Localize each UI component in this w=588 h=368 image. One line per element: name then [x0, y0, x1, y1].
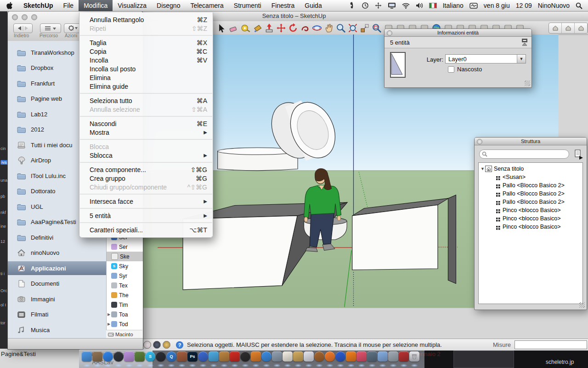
tool-eraser-button[interactable]: [228, 23, 239, 34]
menu-item-nascondi[interactable]: Nascondi⌘E: [79, 119, 213, 128]
widget-icon[interactable]: [469, 3, 478, 9]
dock-app-mail[interactable]: [209, 351, 219, 362]
menu-item-crea-componente[interactable]: Crea componente...⇧⌘G: [79, 165, 213, 174]
wifi-icon[interactable]: [402, 3, 410, 9]
layer-dropdown[interactable]: Layer0 ▼: [445, 54, 526, 63]
tool-scale-button[interactable]: [359, 23, 370, 34]
outliner-item-pinco-blocco-basico[interactable]: Pinco <blocco Basico>: [479, 206, 582, 214]
dock-app-vlc[interactable]: [346, 351, 356, 362]
dock-app-bluray[interactable]: [335, 351, 345, 362]
hidden-checkbox[interactable]: [448, 66, 454, 73]
outliner-item-pinco-blocco-basico[interactable]: Pinco <blocco Basico>: [479, 223, 582, 231]
tool-push-pull-button[interactable]: [264, 23, 275, 34]
tool-paint-bucket-button[interactable]: [252, 23, 263, 34]
dock-app-elements[interactable]: [251, 351, 261, 362]
dock-app-photos[interactable]: [124, 351, 134, 362]
dock-app-pencil-app[interactable]: [356, 351, 367, 362]
dock-app-finder[interactable]: [82, 351, 92, 362]
file-row-sky[interactable]: SSky: [107, 261, 143, 271]
dock-app-dictionary[interactable]: [293, 351, 303, 362]
menubar-item-disegno[interactable]: Disegno: [152, 0, 185, 11]
sidebar-item-immagini[interactable]: Immagini: [8, 292, 106, 306]
outliner-item-pinco-blocco-basico[interactable]: Pinco <blocco Basico>: [479, 214, 582, 223]
menu-item-copia[interactable]: Copia⌘C: [79, 47, 213, 56]
menu-bar-clock[interactable]: 12 09: [516, 2, 532, 9]
dock-app-lion[interactable]: [314, 351, 324, 362]
menu-item-sblocca[interactable]: Sblocca▶: [79, 151, 213, 160]
tool-rotate-button[interactable]: [288, 23, 299, 34]
file-row-toa[interactable]: ▶Toa: [107, 310, 143, 319]
menu-item-interseca-facce[interactable]: Interseca facce▶: [79, 197, 213, 206]
menu-item-seleziona-tutto[interactable]: Seleziona tutto⌘A: [79, 96, 213, 105]
collapse-widget-icon[interactable]: [521, 38, 528, 48]
dock-app-preview[interactable]: [272, 351, 282, 362]
dock-app-rocket[interactable]: [177, 351, 187, 362]
house-front-icon[interactable]: [549, 23, 562, 33]
menubar-item-finestra[interactable]: Finestra: [266, 0, 300, 11]
menu-item-caratteri-speciali[interactable]: Caratteri speciali...⌥⌘T: [79, 225, 213, 234]
outliner-item-pallo-blocco-basico-2[interactable]: Pallo <Blocco Basico 2>: [479, 181, 582, 190]
dock-app-appstore[interactable]: [103, 351, 113, 362]
menu-item-5-entit[interactable]: 5 entità▶: [79, 211, 213, 220]
sidebar-item-applicazioni[interactable]: Applicazioni: [8, 261, 106, 275]
dock-app-app-light[interactable]: [304, 351, 314, 362]
outliner-item-pallo-blocco-basico-2[interactable]: Pallo <Blocco Basico 2>: [479, 190, 582, 198]
resize-handle[interactable]: [579, 302, 585, 308]
file-row-syr[interactable]: Syr: [107, 271, 143, 281]
dock-app-textedit[interactable]: [283, 351, 293, 362]
menubar-item-modifica[interactable]: Modifica: [79, 0, 113, 11]
tool-zoom-extents-button[interactable]: [347, 23, 358, 34]
tool-tape-measure-button[interactable]: [240, 23, 251, 34]
sidebar-item-filmati[interactable]: Filmati: [8, 308, 106, 322]
view-button[interactable]: [40, 23, 61, 33]
call-icon[interactable]: [348, 2, 356, 9]
house-side-icon[interactable]: [562, 23, 575, 33]
dock-app-badge-folder[interactable]: [399, 351, 409, 362]
dock-app-app-gray[interactable]: [367, 351, 377, 362]
file-row-tim[interactable]: Tim: [107, 300, 143, 310]
display-icon[interactable]: [388, 2, 396, 9]
tree-expand-icon[interactable]: ▼: [481, 167, 485, 171]
close-button[interactable]: [12, 14, 18, 20]
outliner-item-senza-titolo[interactable]: ▼Senza titolo: [479, 165, 582, 173]
fast-user-switching[interactable]: NinoNuovo: [538, 2, 570, 9]
tool-pan-button[interactable]: [323, 23, 334, 34]
dock-app-skype[interactable]: S: [145, 351, 155, 362]
minimize-button[interactable]: [22, 14, 28, 20]
menu-item-incolla[interactable]: Incolla⌘V: [79, 56, 213, 64]
dock-app-quicktime[interactable]: Q: [166, 351, 176, 362]
disclosure-triangle-icon[interactable]: ▶: [107, 322, 111, 326]
menubar-item-file[interactable]: File: [58, 0, 79, 11]
sidebar-item-musica[interactable]: Musica: [8, 323, 106, 337]
zoom-button[interactable]: [31, 14, 37, 20]
menu-item-crea-gruppo[interactable]: Crea gruppo⌘G: [79, 174, 213, 183]
file-row-tex[interactable]: Tex: [107, 281, 143, 290]
volume-icon[interactable]: [416, 2, 423, 9]
tool-move-button[interactable]: [276, 23, 287, 34]
spotlight-icon[interactable]: [576, 2, 582, 9]
menubar-item-telecamera[interactable]: Telecamera: [185, 0, 228, 11]
tool-orbit-button[interactable]: [311, 23, 322, 34]
tool-zoom-button[interactable]: [335, 23, 346, 34]
menu-item-annulla-rettangolo[interactable]: Annulla Rettangolo⌘Z: [79, 15, 213, 24]
panel-close-icon[interactable]: [387, 30, 392, 36]
back-forward-buttons[interactable]: [13, 23, 33, 33]
dock-app-photo-booth[interactable]: [135, 351, 145, 362]
menu-bar-date[interactable]: ven 8 giu: [484, 2, 510, 9]
disk-row[interactable]: Macinto: [106, 330, 142, 339]
outliner-item-susan[interactable]: <Susan>: [479, 173, 582, 181]
file-row-the[interactable]: The: [107, 290, 143, 300]
file-row-ser[interactable]: Ser: [107, 242, 143, 252]
dock-app-dashboard[interactable]: [113, 351, 124, 362]
sidebar-item-ninonuovo[interactable]: ninoNuovo: [8, 246, 106, 260]
outliner-search-input[interactable]: [479, 150, 569, 159]
file-row-ske[interactable]: Ske: [107, 252, 143, 261]
dock-trash-icon[interactable]: [409, 351, 419, 362]
credits-status-icon[interactable]: [153, 341, 161, 349]
menu-item-incolla-sul-posto[interactable]: Incolla sul posto: [79, 64, 213, 73]
dock-app-acrobat[interactable]: [230, 351, 240, 362]
tool-follow-me-button[interactable]: [300, 23, 311, 34]
flag-italy-icon[interactable]: [429, 3, 437, 8]
move-icon[interactable]: [375, 2, 382, 9]
dock-app-folder-blue[interactable]: [378, 351, 388, 362]
